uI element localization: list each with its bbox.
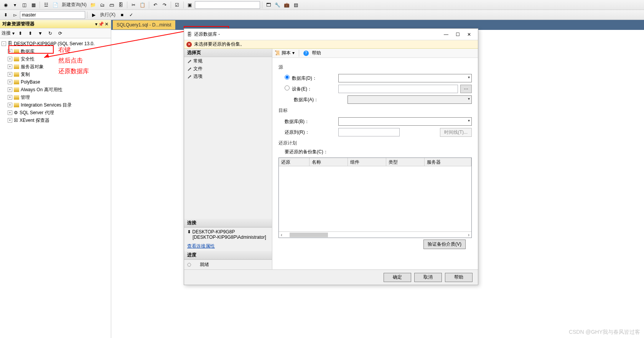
undo-icon[interactable]: ↶	[151, 1, 160, 9]
folder-icon	[14, 103, 19, 107]
tool-icon[interactable]: 💼	[283, 1, 291, 9]
source-device-radio[interactable]	[285, 85, 290, 90]
dialog-title: 还原数据库 -	[194, 31, 440, 38]
tool-icon[interactable]: ⬍	[2, 11, 10, 19]
maximize-button[interactable]: ☐	[452, 30, 463, 39]
stop-icon[interactable]: ■	[118, 11, 126, 19]
spinner-icon: ◌	[187, 262, 191, 267]
expand-icon[interactable]: +	[8, 110, 12, 115]
ok-button[interactable]: 确定	[384, 273, 411, 282]
target-database-combo[interactable]	[338, 117, 472, 126]
tool-icon[interactable]: ◫	[20, 1, 28, 9]
expand-icon[interactable]: +	[8, 118, 12, 123]
warning-bar: ✕ 未选择要还原的备份集。	[184, 40, 478, 49]
expand-icon[interactable]: +	[8, 72, 12, 77]
dropdown-icon[interactable]: ▾	[12, 31, 15, 36]
tool-icon[interactable]: ☑	[173, 1, 181, 9]
expand-icon[interactable]: -	[2, 41, 6, 46]
agent-icon: ⚙	[14, 110, 18, 115]
tool-icon[interactable]: ⟳	[56, 29, 64, 38]
backup-sets-label: 要还原的备份集(C)：	[285, 149, 472, 155]
copy-icon[interactable]: 📋	[138, 1, 147, 9]
help-button[interactable]: 帮助	[312, 50, 321, 56]
tool-icon[interactable]: ⬍	[26, 29, 35, 38]
expand-icon[interactable]: +	[8, 80, 12, 84]
device-browse-button[interactable]: …	[460, 85, 472, 93]
annotation-text: 然后点击	[58, 57, 83, 65]
help-icon[interactable]: ?	[303, 51, 309, 56]
cancel-button[interactable]: 取消	[414, 273, 442, 282]
tool-icon[interactable]: ↻	[46, 29, 54, 38]
expand-icon[interactable]: +	[8, 95, 12, 100]
new-query-icon[interactable]: 📄	[51, 1, 59, 9]
error-icon: ✕	[186, 42, 192, 47]
tool-icon[interactable]: 🗔	[264, 1, 273, 9]
tree-node[interactable]: +Integration Services 目录	[7, 101, 110, 109]
restore-to-input[interactable]	[338, 128, 400, 136]
tree-node[interactable]: +Always On 高可用性	[7, 86, 110, 94]
main-toolbar: ◉ ▾ ◫ ▦ ☳ 📄 新建查询(N) 📁 🗂 🗃 🗄 ✂ 📋 ↶ ↷ ☑ ▣ …	[0, 0, 644, 10]
source-database-radio[interactable]	[285, 75, 290, 80]
folder-icon	[14, 80, 19, 84]
close-button[interactable]: ✕	[463, 30, 475, 39]
pin-icon[interactable]: 📌	[98, 21, 104, 27]
source-database-combo[interactable]	[338, 74, 472, 82]
tree-node[interactable]: +☒XEvent 探查器	[7, 116, 110, 124]
help-button[interactable]: 帮助	[445, 273, 473, 282]
tree-node[interactable]: +⚙SQL Server 代理	[7, 109, 110, 116]
expand-icon[interactable]: +	[8, 103, 12, 107]
source-label: 源	[278, 64, 472, 71]
wrench-icon[interactable]: 🔧	[273, 1, 282, 9]
minimize-button[interactable]: —	[440, 30, 452, 39]
verify-backup-button[interactable]: 验证备份介质(V)	[423, 240, 466, 249]
cut-icon[interactable]: ✂	[129, 1, 138, 9]
page-general[interactable]: 常规	[184, 57, 272, 65]
tool-icon[interactable]: ▻	[11, 11, 19, 19]
tool-icon[interactable]: ▾	[11, 1, 19, 9]
pages-header: 选择页	[184, 49, 272, 57]
search-combo[interactable]	[195, 1, 260, 9]
expand-icon[interactable]: +	[8, 57, 12, 61]
progress-header: 进度	[184, 251, 272, 259]
tool-icon[interactable]: ◉	[2, 1, 10, 9]
tool-icon[interactable]: 🗄	[117, 1, 125, 9]
tool-icon[interactable]: 📁	[89, 1, 97, 9]
script-button[interactable]: 📜 脚本 ▾	[275, 50, 295, 56]
page-options[interactable]: 选项	[184, 72, 272, 80]
tool-icon[interactable]: ✓	[127, 11, 135, 19]
close-icon[interactable]: ✕	[105, 21, 109, 27]
tree-node[interactable]: +管理	[7, 94, 110, 101]
redo-icon[interactable]: ↷	[160, 1, 169, 9]
expand-icon[interactable]: +	[8, 87, 12, 92]
new-query-button[interactable]: 新建查询(N)	[62, 2, 87, 8]
tool-icon[interactable]: ▤	[292, 1, 300, 9]
watermark: CSDN @GHY我与春风皆过客	[569, 329, 640, 336]
timeline-button: 时间线(T)...	[440, 128, 472, 137]
dropdown-icon[interactable]: ▾	[95, 21, 97, 27]
view-connection-link[interactable]: 查看连接属性	[184, 241, 272, 251]
horizontal-scrollbar[interactable]: ‹ ›	[279, 231, 471, 238]
object-explorer: 对象资源管理器 ▾ 📌 ✕ 连接 ▾ ⬍ ⬍ ▼ ↻ ⟳ - 🗄 DESKTOP…	[0, 20, 111, 338]
filter-icon[interactable]: ▼	[36, 29, 44, 38]
document-tab[interactable]: SQLQuery1.sql - D...minist	[113, 20, 175, 30]
tool-icon[interactable]: ▦	[29, 1, 38, 9]
expand-icon[interactable]: +	[8, 49, 12, 54]
execute-button[interactable]: 执行(X)	[100, 11, 115, 18]
tree-node[interactable]: +PolyBase	[7, 78, 110, 86]
connect-label[interactable]: 连接	[2, 30, 11, 36]
server-node[interactable]: - 🗄 DESKTOP-KIP9G8P (SQL Server 13.0.	[1, 40, 110, 48]
tool-icon[interactable]: 🗃	[107, 1, 116, 9]
execute-icon[interactable]: ▶	[89, 11, 98, 19]
tool-icon[interactable]: ⬍	[16, 29, 25, 38]
tool-icon[interactable]: 🗂	[98, 1, 107, 9]
backup-sets-table[interactable]: 还原 名称 组件 类型 服务器 ‹ ›	[278, 158, 472, 238]
device-database-combo	[348, 95, 472, 104]
tool-icon[interactable]: ☳	[42, 1, 50, 9]
expand-icon[interactable]: +	[8, 64, 12, 69]
database-combo[interactable]: master	[20, 11, 85, 19]
connection-header: 连接	[184, 219, 272, 227]
tool-icon[interactable]: ▣	[186, 1, 194, 9]
connection-info: ⬍ DESKTOP-KIP9G8P [DESKTOP-KIP9G8P\Admin…	[184, 227, 272, 241]
device-input[interactable]	[338, 85, 458, 93]
page-files[interactable]: 文件	[184, 65, 272, 72]
